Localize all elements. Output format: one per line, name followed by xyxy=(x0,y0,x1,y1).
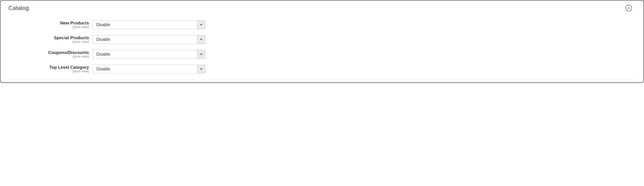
label-col: Special Products [store view] xyxy=(8,35,93,44)
dropdown-arrow xyxy=(197,35,205,44)
chevron-up-icon xyxy=(628,7,630,9)
field-scope: [store view] xyxy=(8,55,89,58)
label-col: New Products [store view] xyxy=(8,20,93,29)
form-body: New Products [store view] Disable Specia… xyxy=(0,11,644,73)
catalog-panel: Catalog New Products [store view] Disabl… xyxy=(0,0,644,83)
control-col: Disable xyxy=(93,35,205,44)
dropdown-arrow xyxy=(197,50,205,58)
section-title: Catalog xyxy=(8,5,29,11)
new-products-select[interactable]: Disable xyxy=(93,20,205,29)
panel-header: Catalog xyxy=(0,0,644,11)
field-row-new-products: New Products [store view] Disable xyxy=(8,20,636,29)
field-scope: [store view] xyxy=(8,70,89,73)
select-value: Disable xyxy=(93,50,197,58)
field-label: New Products xyxy=(8,21,89,25)
dropdown-arrow xyxy=(197,65,205,73)
control-col: Disable xyxy=(93,50,205,59)
special-products-select[interactable]: Disable xyxy=(93,35,205,44)
chevron-down-icon xyxy=(200,39,202,40)
chevron-down-icon xyxy=(200,54,202,55)
control-col: Disable xyxy=(93,65,205,73)
chevron-down-icon xyxy=(200,68,202,70)
field-row-special-products: Special Products [store view] Disable xyxy=(8,35,636,44)
control-col: Disable xyxy=(93,20,205,29)
select-value: Disable xyxy=(93,65,197,73)
collapse-toggle-button[interactable] xyxy=(626,5,632,11)
field-label: Special Products xyxy=(8,36,89,40)
select-value: Disable xyxy=(93,35,197,44)
field-label: Coupons/Discounts xyxy=(8,50,89,55)
chevron-down-icon xyxy=(200,24,202,26)
field-row-coupons-discounts: Coupons/Discounts [store view] Disable xyxy=(8,50,636,59)
coupons-discounts-select[interactable]: Disable xyxy=(93,50,205,59)
label-col: Coupons/Discounts [store view] xyxy=(8,50,93,58)
field-label: Top Level Category xyxy=(8,65,89,70)
label-col: Top Level Category [store view] xyxy=(8,65,93,73)
field-scope: [store view] xyxy=(8,40,89,44)
dropdown-arrow xyxy=(197,21,205,29)
select-value: Disable xyxy=(93,21,197,29)
field-row-top-level-category: Top Level Category [store view] Disable xyxy=(8,65,636,73)
top-level-category-select[interactable]: Disable xyxy=(93,65,205,73)
field-scope: [store view] xyxy=(8,25,89,29)
